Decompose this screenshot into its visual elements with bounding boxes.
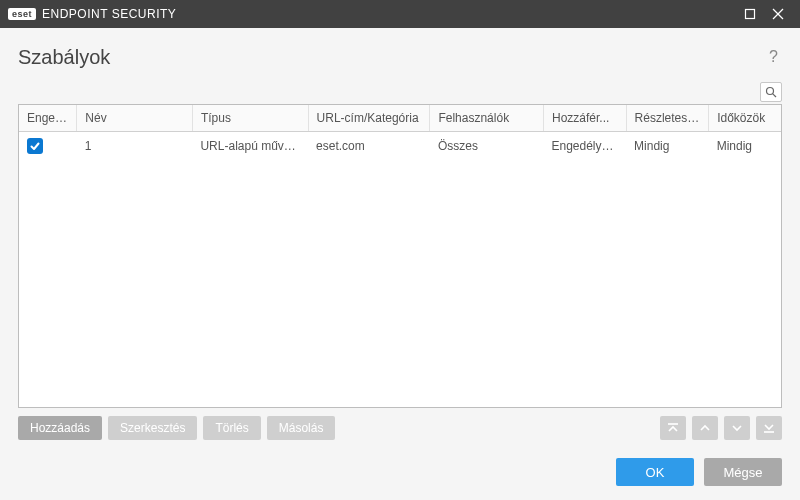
chevron-up-icon xyxy=(698,421,712,435)
col-intervals[interactable]: Időközök xyxy=(709,105,781,132)
close-icon xyxy=(772,8,784,20)
copy-button[interactable]: Másolás xyxy=(267,416,336,440)
brand: eset ENDPOINT SECURITY xyxy=(8,7,176,21)
cell-severity: Mindig xyxy=(626,132,709,161)
chevron-double-up-icon xyxy=(666,421,680,435)
table-empty-area xyxy=(19,160,781,407)
brand-logo: eset xyxy=(8,8,36,20)
rules-table: Engedé... Név Típus URL-cím/Kategória Fe… xyxy=(19,105,781,160)
window-minimize-button[interactable] xyxy=(736,0,764,28)
footer: OK Mégse xyxy=(18,458,782,486)
svg-rect-0 xyxy=(746,10,755,19)
move-bottom-button[interactable] xyxy=(756,416,782,440)
cell-type: URL-alapú művelet xyxy=(192,132,308,161)
cell-url: eset.com xyxy=(308,132,430,161)
col-name[interactable]: Név xyxy=(77,105,193,132)
table-row[interactable]: 1 URL-alapú művelet eset.com Összes Enge… xyxy=(19,132,781,161)
svg-line-4 xyxy=(773,94,776,97)
search-button[interactable] xyxy=(760,82,782,102)
help-icon: ? xyxy=(769,48,778,65)
toolbar: Hozzáadás Szerkesztés Törlés Másolás xyxy=(18,416,782,440)
content: Szabályok ? Engedé... Név xyxy=(0,28,800,500)
cell-intervals: Mindig xyxy=(709,132,781,161)
col-access[interactable]: Hozzáfér... xyxy=(543,105,626,132)
move-down-button[interactable] xyxy=(724,416,750,440)
table-header-row: Engedé... Név Típus URL-cím/Kategória Fe… xyxy=(19,105,781,132)
cell-access: Engedélyezés xyxy=(543,132,626,161)
ok-button[interactable]: OK xyxy=(616,458,694,486)
move-top-button[interactable] xyxy=(660,416,686,440)
rules-table-container: Engedé... Név Típus URL-cím/Kategória Fe… xyxy=(18,104,782,408)
search-icon xyxy=(765,86,777,98)
app-window: eset ENDPOINT SECURITY Szabályok ? xyxy=(0,0,800,500)
add-button[interactable]: Hozzáadás xyxy=(18,416,102,440)
col-enabled[interactable]: Engedé... xyxy=(19,105,77,132)
move-up-button[interactable] xyxy=(692,416,718,440)
square-icon xyxy=(744,8,756,20)
col-severity[interactable]: Részletess... xyxy=(626,105,709,132)
cell-enabled xyxy=(19,132,77,161)
brand-name: ENDPOINT SECURITY xyxy=(42,7,176,21)
chevron-down-icon xyxy=(730,421,744,435)
help-button[interactable]: ? xyxy=(765,44,782,70)
row-enabled-checkbox[interactable] xyxy=(27,138,43,154)
svg-point-3 xyxy=(767,88,774,95)
page-title: Szabályok xyxy=(18,46,110,69)
cell-users: Összes xyxy=(430,132,544,161)
header-row: Szabályok ? xyxy=(18,44,782,70)
chevron-double-down-icon xyxy=(762,421,776,435)
col-url[interactable]: URL-cím/Kategória xyxy=(308,105,430,132)
cell-name: 1 xyxy=(77,132,193,161)
cancel-button[interactable]: Mégse xyxy=(704,458,782,486)
window-close-button[interactable] xyxy=(764,0,792,28)
edit-button[interactable]: Szerkesztés xyxy=(108,416,197,440)
col-users[interactable]: Felhasználók xyxy=(430,105,544,132)
search-row xyxy=(18,82,782,102)
col-type[interactable]: Típus xyxy=(192,105,308,132)
delete-button[interactable]: Törlés xyxy=(203,416,260,440)
titlebar: eset ENDPOINT SECURITY xyxy=(0,0,800,28)
check-icon xyxy=(29,140,41,152)
